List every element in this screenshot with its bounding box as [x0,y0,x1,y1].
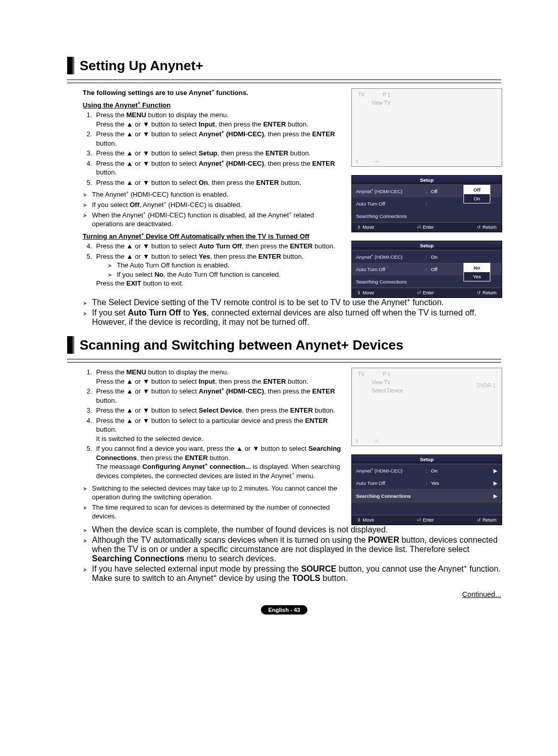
sub-note: If you select No, the Auto Turn Off func… [107,270,344,279]
section-1-header: Setting Up Anynet+ [67,57,501,74]
osd-dropdown-off-on[interactable]: Off On [463,185,490,203]
osd-dvdr1: DVDR 1 [476,383,495,388]
step-item: Press the ▲ or ▼ button to select Yes, t… [94,252,344,288]
osd-view-tv: View TV [371,100,391,106]
note-arrow-icon [83,503,92,521]
step-item: Press the ▲ or ▼ button to select Auto T… [94,242,344,251]
osd-footer: Move Enter Return [352,222,502,232]
note-item: If you have selected external input mode… [83,564,501,583]
osd-setup-box-2: Setup Anynet+ (HDMI-CEC):On Auto Turn Of… [351,241,502,298]
intro-text: The following settings are to use Anynet… [83,88,344,98]
osd-setup-header: Setup [352,455,502,464]
osd-row-anynet[interactable]: Anynet+ (HDMI-CEC):On [352,250,502,263]
chevron-right-icon: ▶ [491,480,498,486]
footer-return: Return [477,517,497,523]
step-item: Press the ▲ or ▼ button to select Anynet… [94,159,344,177]
chevron-right-icon: ▶ [491,468,498,474]
step-item: Press the ▲ or ▼ button to select On, th… [94,178,344,187]
osd-setup-box-1: Setup Anynet+ (HDMI-CEC):Off Off On Auto… [351,175,502,232]
divider [67,80,501,83]
header-bar-icon [67,336,74,354]
step-item: Press the ▲ or ▼ button to select to a p… [94,416,344,444]
chevron-right-icon: ▶ [491,493,498,499]
osd-row-autooff[interactable]: Auto Turn Off:Off No Yes [352,263,502,275]
step-item: Press the ▲ or ▼ button to select Select… [94,406,344,415]
osd-p1-label: P 1 [383,92,391,98]
osd-view-tv: View TV [371,380,391,385]
osd-footer: Move Enter Return [352,515,502,525]
note-arrow-icon [107,261,117,270]
step-item: Press the ▲ or ▼ button to select Setup,… [94,149,344,158]
dropdown-option-off[interactable]: Off [464,185,490,194]
section-2-header: Scanning and Switching between Anynet+ D… [67,336,501,354]
footer-enter: Enter [417,517,434,523]
divider [67,359,501,363]
osd-input-menu-2: TV P 1 View TV Select Device DVDR 1 ⇕ ⏎ [351,368,502,446]
footer-move: Move [357,290,374,295]
footer-enter: Enter [417,225,434,230]
footer-return: Return [477,225,497,230]
osd-spacer [352,502,502,515]
osd-tv-label: TV [358,92,365,98]
section-1-title: Setting Up Anynet+ [80,58,204,74]
osd-tv-label: TV [358,371,365,377]
section-2-title: Scanning and Switching between Anynet+ D… [80,337,404,353]
note-item: The Select Device setting of the TV remo… [83,298,501,307]
note-arrow-icon [83,308,92,327]
step-item: Press the ▲ or ▼ button to select Anynet… [94,130,344,148]
osd-row-anynet[interactable]: Anynet+ (HDMI-CEC):Off Off On [352,185,502,197]
footer-move: Move [357,225,374,230]
osd-select-device: Select Device [371,388,403,393]
note-item: The Anynet+ (HDMI-CEC) function is enabl… [83,190,344,199]
osd-setup-header: Setup [352,241,502,250]
note-arrow-icon [83,484,92,502]
osd-input-menu-1: TV P 1 View TV ⇕ ⏎ [351,88,502,167]
steps-list-1: Press the MENU button to display the men… [83,111,344,187]
footer-move: Move [357,517,374,523]
step-item: Press the MENU button to display the men… [94,368,344,386]
note-arrow-icon [83,298,92,307]
subheading-auto-off: Turning an Anynet+ Device Off Automatica… [83,232,344,241]
page-number-pill: English - 43 [261,605,307,615]
osd-row-searching[interactable]: Searching Connections [352,210,502,222]
note-arrow-icon [83,525,92,534]
note-item: The time required to scan for devices is… [83,503,344,521]
osd-row-autooff[interactable]: Auto Turn Off:Yes▶ [352,477,502,489]
note-item: Switching to the selected devices may ta… [83,484,344,502]
note-arrow-icon [83,536,92,563]
step-item: Press the ▲ or ▼ button to select Anynet… [94,387,344,405]
footer-return: Return [477,290,497,295]
note-item: When the device scan is complete, the nu… [83,525,501,534]
page-footer: English - 43 [67,605,501,615]
note-item: When the Anynet+ (HDMI-CEC) function is … [83,211,344,229]
osd-footer: Move Enter Return [352,288,502,297]
sub-note: The Auto Turn Off function is enabled. [107,261,344,270]
step-item: Press the MENU button to display the men… [94,111,344,129]
dropdown-option-on[interactable]: On [464,194,490,203]
step-item: If you cannot find a device you want, pr… [94,444,344,480]
dropdown-option-yes[interactable]: Yes [464,272,490,281]
steps-list-2: Press the ▲ or ▼ button to select Auto T… [83,242,344,288]
osd-row-anynet[interactable]: Anynet+ (HDMI-CEC):On▶ [352,464,502,477]
osd-dropdown-no-yes[interactable]: No Yes [463,263,490,281]
osd-p1-label: P 1 [383,371,391,377]
header-bar-icon [67,57,74,74]
subheading-using-anynet: Using the Anynet+ Function [83,101,344,110]
dropdown-option-no[interactable]: No [464,263,490,272]
note-arrow-icon [83,564,92,583]
note-item: If you select Off, Anynet+ (HDMI-CEC) is… [83,200,344,210]
note-item: If you set Auto Turn Off to Yes, connect… [83,308,501,327]
note-arrow-icon [83,190,92,199]
footer-enter: Enter [417,290,434,295]
osd-setup-header: Setup [352,176,502,185]
note-item: Although the TV automatically scans devi… [83,536,501,563]
osd-nav-icons: ⇕ ⏎ [355,159,381,164]
osd-nav-icons: ⇕ ⏎ [355,438,381,444]
note-arrow-icon [83,200,92,210]
osd-setup-box-3: Setup Anynet+ (HDMI-CEC):On▶ Auto Turn O… [351,454,502,525]
note-arrow-icon [107,270,117,279]
osd-row-searching[interactable]: Searching Connections▶ [352,489,502,502]
note-arrow-icon [83,211,92,229]
steps-list-scan: Press the MENU button to display the men… [83,368,344,481]
continued-label: Continued... [67,590,501,598]
